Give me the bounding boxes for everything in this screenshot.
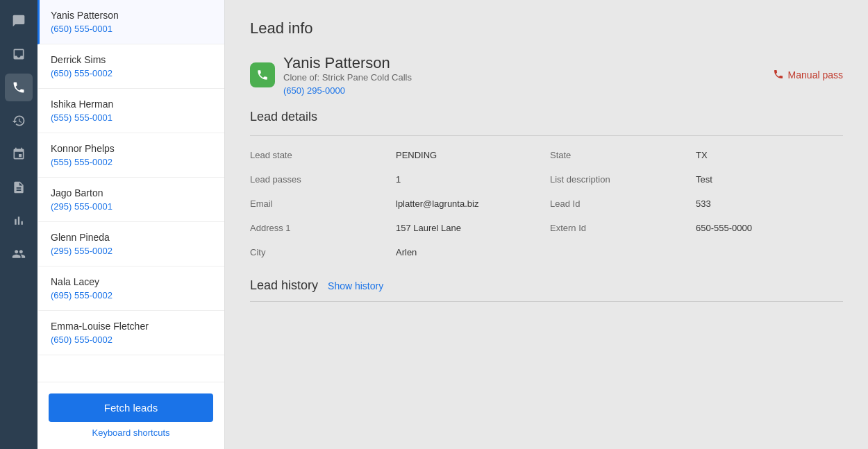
page-title: Lead info <box>250 19 843 37</box>
details-grid: Lead state PENDING State TX Lead passes … <box>250 150 843 257</box>
history-section-title: Lead history <box>250 278 318 293</box>
lead-passes-value: 1 <box>396 174 543 185</box>
lead-item-4[interactable]: Jago Barton (295) 555-0001 <box>37 178 224 222</box>
lead-list-scroll: Yanis Patterson (650) 555-0001 Derrick S… <box>37 0 224 382</box>
extern-id-value: 650-555-0000 <box>696 223 843 233</box>
lead-item-3[interactable]: Konnor Phelps (555) 555-0002 <box>37 133 224 178</box>
lead-phone-7: (650) 555-0002 <box>51 334 213 345</box>
lead-name-7: Emma-Louise Fletcher <box>51 321 213 332</box>
fetch-leads-button[interactable]: Fetch leads <box>49 393 213 422</box>
history-icon[interactable] <box>5 107 33 135</box>
address1-label: Address 1 <box>250 223 389 233</box>
address1-value: 157 Laurel Lane <box>396 223 543 233</box>
show-history-button[interactable]: Show history <box>328 280 383 291</box>
lead-id-value: 533 <box>696 198 843 209</box>
city-value: Arlen <box>396 247 543 257</box>
history-divider <box>250 301 843 302</box>
lead-name-2: Ishika Herman <box>51 99 213 110</box>
lead-passes-label: Lead passes <box>250 174 389 185</box>
lead-name-4: Jago Barton <box>51 187 213 198</box>
lead-name-0: Yanis Patterson <box>51 10 213 21</box>
email-value: lplatter@lagrunta.biz <box>396 198 543 209</box>
lead-phone-2: (555) 555-0001 <box>51 112 213 123</box>
lead-name-6: Nala Lacey <box>51 276 213 287</box>
lead-full-name: Yanis Patterson <box>283 54 412 72</box>
inbox-icon[interactable] <box>5 40 33 68</box>
lead-name-1: Derrick Sims <box>51 54 213 65</box>
email-label: Email <box>250 198 389 209</box>
lead-phone-0: (650) 555-0001 <box>51 24 213 34</box>
city-label: City <box>250 247 389 257</box>
list-description-label: List description <box>550 174 689 185</box>
lead-phone-3: (555) 555-0002 <box>51 157 213 167</box>
lead-phone-icon <box>250 62 275 87</box>
lead-id-label: Lead Id <box>550 198 689 209</box>
manual-pass-icon <box>773 69 784 82</box>
lead-header-card: Yanis Patterson Clone of: Strick Pane Co… <box>250 54 843 96</box>
lead-list-footer: Fetch leads Keyboard shortcuts <box>37 382 224 449</box>
state-value: TX <box>696 150 843 160</box>
lead-phone-6: (695) 555-0002 <box>51 290 213 300</box>
details-divider <box>250 135 843 136</box>
lead-item-5[interactable]: Glenn Pineda (295) 555-0002 <box>37 222 224 266</box>
lead-item-0[interactable]: Yanis Patterson (650) 555-0001 <box>37 0 224 44</box>
lead-name-3: Konnor Phelps <box>51 143 213 154</box>
lead-item-2[interactable]: Ishika Herman (555) 555-0001 <box>37 89 224 133</box>
users-icon[interactable] <box>5 240 33 268</box>
lead-state-label: Lead state <box>250 150 389 160</box>
lead-name-5: Glenn Pineda <box>51 232 213 243</box>
clone-phone: (650) 295-0000 <box>283 85 412 96</box>
lead-phone-5: (295) 555-0002 <box>51 246 213 256</box>
lead-phone-4: (295) 555-0001 <box>51 201 213 212</box>
clone-info: Clone of: Strick Pane Cold Calls <box>283 72 412 83</box>
calendar-icon[interactable] <box>5 140 33 168</box>
keyboard-shortcuts-link[interactable]: Keyboard shortcuts <box>92 427 169 438</box>
lead-list-panel: Yanis Patterson (650) 555-0001 Derrick S… <box>37 0 225 449</box>
extern-id-label: Extern Id <box>550 223 689 233</box>
manual-pass-button[interactable]: Manual pass <box>773 69 843 82</box>
lead-item-1[interactable]: Derrick Sims (650) 555-0002 <box>37 44 224 89</box>
lead-header-left: Yanis Patterson Clone of: Strick Pane Co… <box>250 54 412 96</box>
lead-state-value: PENDING <box>396 150 543 160</box>
chart-icon[interactable] <box>5 207 33 235</box>
lead-item-6[interactable]: Nala Lacey (695) 555-0002 <box>37 266 224 311</box>
manual-pass-label: Manual pass <box>788 69 843 81</box>
lead-phone-1: (650) 555-0002 <box>51 68 213 78</box>
main-content: Lead info Yanis Patterson Clone of: Stri… <box>225 0 868 449</box>
state-label: State <box>550 150 689 160</box>
list-description-value: Test <box>696 174 843 185</box>
icon-sidebar <box>0 0 37 449</box>
notes-icon[interactable] <box>5 173 33 201</box>
details-section-title: Lead details <box>250 110 843 124</box>
phone-icon[interactable] <box>5 74 33 101</box>
history-header: Lead history Show history <box>250 278 843 293</box>
lead-header-name-block: Yanis Patterson Clone of: Strick Pane Co… <box>283 54 412 96</box>
chat-icon[interactable] <box>5 7 33 35</box>
lead-item-7[interactable]: Emma-Louise Fletcher (650) 555-0002 <box>37 311 224 355</box>
